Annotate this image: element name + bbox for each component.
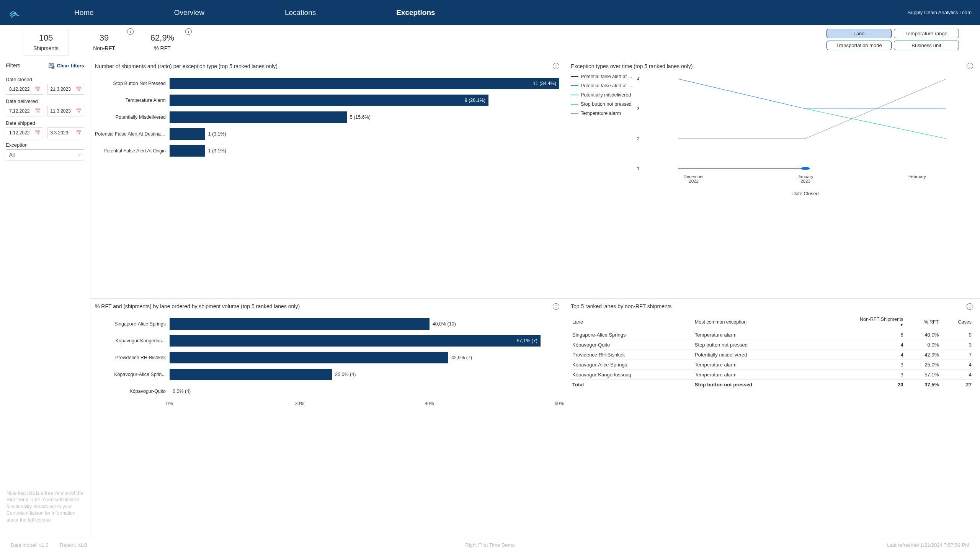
bar-row[interactable]: Stop Button Not Pressed11 (34.4%): [95, 78, 559, 89]
footer: Data model: v1.0 Report: v1.0 Right Firs…: [0, 539, 980, 551]
chart-exceptions-over-time: Exception types over time (top 5 ranked …: [566, 58, 980, 298]
main-grid: Number of shipments and (ratio) per exce…: [90, 58, 980, 539]
nav-tabs: HomeOverviewLocationsExceptions: [74, 8, 435, 17]
info-icon[interactable]: i: [127, 28, 134, 35]
body: Filters Clear filters Date closed 8.12.2…: [0, 58, 980, 539]
nav-tab-locations[interactable]: Locations: [285, 8, 316, 17]
chevron-down-icon: ▿: [78, 152, 81, 158]
bar-row[interactable]: Providence RH-Bishkek42,9% (7): [95, 352, 559, 363]
footer-report: Report: v1.0: [60, 542, 87, 548]
footer-data-model: Data model: v1.0: [11, 542, 48, 548]
bar-row[interactable]: Potential False Alert At Destinat...1 (3…: [95, 128, 559, 140]
bar-row[interactable]: Potentially Misdelivered5 (15.6%): [95, 111, 559, 123]
table-top-lanes: Top 5 ranked lanes by non-RFT shipments …: [566, 299, 980, 539]
legend-item[interactable]: Potentially misdelivered: [571, 92, 638, 98]
filter-label-date-shipped: Date shipped: [6, 120, 84, 126]
info-icon[interactable]: i: [967, 303, 973, 310]
kpi-shipments[interactable]: 105 Shipments: [23, 29, 69, 56]
legend-label: Potential false alert at ...: [581, 83, 632, 88]
footer-refreshed: Last refreshed 1/21/2024 7:57:59 PM: [887, 542, 969, 548]
table-header[interactable]: Cases: [940, 314, 973, 330]
line-xaxis-title: Date Closed: [638, 191, 973, 196]
table-header[interactable]: Non-RFT Shipments▼: [813, 314, 905, 330]
pill-temperature-range[interactable]: Temperature range: [894, 29, 959, 38]
bar-row[interactable]: Kópavogur-Alice Sprin...25,0% (4): [95, 369, 559, 380]
bar-label: Potential False Alert At Origin: [95, 148, 170, 154]
kpi-pctrft-label: % RFT: [149, 45, 176, 51]
y-tick: 1: [637, 166, 639, 171]
calendar-icon: 📅: [76, 108, 82, 114]
clear-filters-button[interactable]: Clear filters: [48, 62, 84, 69]
table-header[interactable]: Lane: [571, 314, 693, 330]
bar-fill: 57,1% (7): [170, 335, 541, 347]
nav-tab-home[interactable]: Home: [74, 8, 94, 17]
chart-rft-by-lane-title: % RFT and (shipments) by lane ordered by…: [95, 303, 300, 309]
calendar-icon: 📅: [35, 108, 41, 114]
table-header[interactable]: % RFT: [905, 314, 941, 330]
date-delivered-to-input[interactable]: 11.3.2023📅: [47, 106, 85, 116]
y-tick: 3: [637, 106, 639, 111]
nav-tab-overview[interactable]: Overview: [174, 8, 204, 17]
calendar-icon: 📅: [35, 87, 41, 92]
date-shipped-from-input[interactable]: 1.12.2022📅: [6, 128, 43, 138]
calendar-icon: 📅: [76, 87, 82, 92]
date-delivered-from-input[interactable]: 7.12.2022📅: [6, 106, 43, 116]
table-row[interactable]: Kópavogur-QuitoStop button not pressed40…: [571, 340, 973, 350]
bar-row[interactable]: Kópavogur-Quito0,0% (4): [95, 386, 559, 397]
info-icon[interactable]: i: [967, 63, 973, 69]
info-icon[interactable]: i: [185, 28, 192, 35]
bar-label: Potential False Alert At Destinat...: [95, 131, 170, 137]
legend-item[interactable]: Temperature alarm: [571, 111, 638, 116]
bar-label: Potentially Misdelivered: [95, 114, 170, 120]
filters-panel: Filters Clear filters Date closed 8.12.2…: [0, 58, 90, 539]
filters-title: Filters: [6, 62, 48, 69]
info-icon[interactable]: i: [553, 303, 559, 310]
table-header[interactable]: Most common exception: [693, 314, 813, 330]
table-row[interactable]: Kópavogur-Alice SpringsTemperature alarm…: [571, 360, 973, 370]
footer-center: Right First Time Demo: [465, 542, 514, 548]
bar-fill: 9 (28.1%): [170, 95, 488, 106]
brand-logo-icon: [8, 7, 21, 19]
bar-label: Kópavogur-Quito: [95, 389, 170, 394]
pill-transportation-mode[interactable]: Transportation mode: [826, 41, 892, 50]
bar-row[interactable]: Temperature Alarm9 (28.1%): [95, 95, 559, 106]
kpi-shipments-label: Shipments: [33, 45, 59, 51]
pill-business-unit[interactable]: Business unit: [894, 41, 959, 50]
legend-item[interactable]: Potential false alert at ...: [571, 83, 638, 88]
legend-item[interactable]: Potential false alert at ...: [571, 74, 638, 79]
bar-row[interactable]: Singapore-Alice Springs40,0% (10): [95, 318, 559, 330]
bar-value-label: 9 (28.1%): [465, 98, 488, 103]
table-row[interactable]: Providence RH-BishkekPotentially misdeli…: [571, 350, 973, 360]
chart-rft-by-lane: % RFT and (shipments) by lane ordered by…: [90, 299, 566, 539]
team-label: Supply Chain Analytics Team: [908, 10, 972, 15]
bar-fill: [170, 128, 205, 140]
kpi-nonrft[interactable]: i 39 Non-RFT: [81, 29, 127, 56]
legend-item[interactable]: Stop button not pressed: [571, 101, 638, 107]
dimension-pills: Lane Temperature range Transportation mo…: [826, 29, 959, 50]
date-shipped-to-input[interactable]: 3.3.2023📅: [47, 128, 85, 138]
date-closed-to-input[interactable]: 21.3.2023📅: [47, 84, 85, 95]
legend-label: Temperature alarm: [581, 111, 621, 116]
bar-fill: [170, 352, 448, 363]
exception-select[interactable]: All ▿: [6, 149, 84, 160]
kpi-nonrft-label: Non-RFT: [91, 45, 118, 51]
chart-exception-type: Number of shipments and (ratio) per exce…: [90, 58, 566, 298]
nav-tab-exceptions[interactable]: Exceptions: [396, 8, 435, 17]
table-row[interactable]: Kópavogur-KangerlussuaqTemperature alarm…: [571, 370, 973, 379]
bar-label: Kópavogur-Alice Sprin...: [95, 372, 170, 377]
kpi-pctrft[interactable]: i 62,9% % RFT: [139, 29, 185, 56]
pill-lane[interactable]: Lane: [826, 29, 892, 38]
table-row[interactable]: Singapore-Alice SpringsTemperature alarm…: [571, 330, 973, 340]
exception-type-bars: Stop Button Not Pressed11 (34.4%)Tempera…: [95, 74, 559, 157]
info-icon[interactable]: i: [553, 63, 559, 69]
axis-tick: 60%: [555, 401, 564, 406]
date-closed-from-input[interactable]: 8.12.2022📅: [6, 84, 43, 95]
bar-row[interactable]: Kópavogur-Kangerlus...57,1% (7): [95, 335, 559, 347]
rft-lane-bars: Singapore-Alice Springs40,0% (10)Kópavog…: [95, 314, 559, 397]
bar-value-label: 0,0% (4): [173, 389, 191, 394]
y-tick: 2: [637, 136, 639, 141]
bar-row[interactable]: Potential False Alert At Origin1 (3.1%): [95, 145, 559, 157]
bar-value-label: 57,1% (7): [517, 338, 541, 343]
bar-value-label: 40,0% (10): [433, 321, 456, 327]
legend-swatch: [571, 95, 578, 96]
